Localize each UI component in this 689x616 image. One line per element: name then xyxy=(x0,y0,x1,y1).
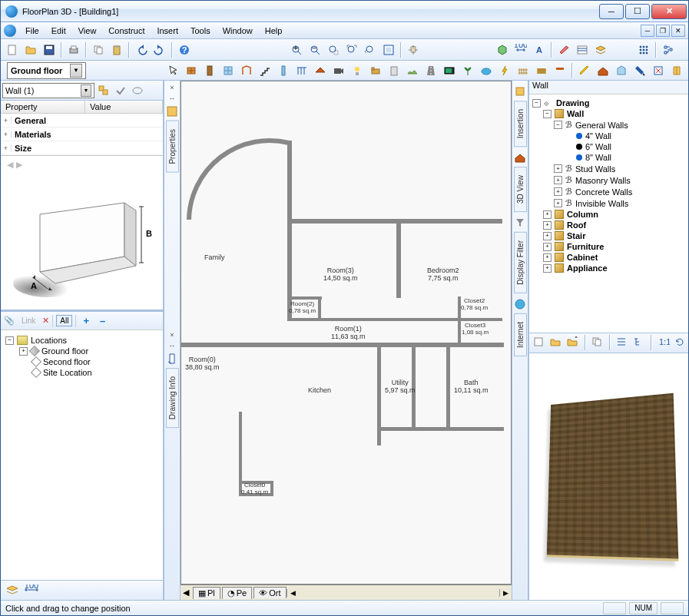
location-second-floor[interactable]: Second floor xyxy=(43,357,91,366)
menu-tools[interactable]: Tools xyxy=(184,25,217,37)
add-location-button[interactable]: + xyxy=(79,313,93,328)
collapse-icon[interactable]: − xyxy=(543,110,552,118)
mdi-close-button[interactable]: ✕ xyxy=(671,25,685,37)
zoom-window-button[interactable] xyxy=(325,41,342,58)
paste-button[interactable] xyxy=(108,41,125,58)
expand-icon[interactable]: + xyxy=(543,253,552,262)
catalog-roof[interactable]: Roof xyxy=(567,220,586,230)
window-tool[interactable] xyxy=(220,62,237,79)
catalog-button[interactable] xyxy=(668,62,685,79)
catalog-6-wall[interactable]: 6" Wall xyxy=(585,142,611,151)
tv-tool[interactable] xyxy=(441,62,458,79)
catalog-masonry-walls[interactable]: Masonry Walls xyxy=(575,176,631,185)
maximize-button[interactable]: ☐ xyxy=(625,4,650,19)
link-button[interactable]: 📎 xyxy=(4,316,15,326)
catalog-stud-walls[interactable]: Stud Walls xyxy=(575,164,615,174)
panel-arrows-icon[interactable]: ↔ xyxy=(169,342,176,349)
select-similar-button[interactable] xyxy=(96,83,111,98)
expand-icon[interactable]: + xyxy=(1,131,12,138)
catalog-drawing[interactable]: Drawing xyxy=(556,98,589,108)
minimize-button[interactable]: ─ xyxy=(599,4,624,19)
measure-tool[interactable] xyxy=(576,62,593,79)
tab-icon-3dview[interactable] xyxy=(514,151,526,164)
all-filter-button[interactable]: All xyxy=(56,315,72,326)
tab-icon-displayfilter[interactable] xyxy=(514,217,526,229)
pan-button[interactable] xyxy=(405,41,422,58)
cat-rotate-button[interactable] xyxy=(674,334,687,351)
zoom-selection-button[interactable] xyxy=(380,41,397,58)
group-size[interactable]: Size xyxy=(12,144,31,153)
catalog-furniture[interactable]: Furniture xyxy=(567,242,604,251)
menu-view[interactable]: View xyxy=(72,25,103,37)
column-tool[interactable] xyxy=(275,62,292,79)
cat-open-button[interactable] xyxy=(549,334,563,351)
furniture-tool[interactable] xyxy=(367,62,384,79)
display-filter-tab[interactable]: Display Filter xyxy=(514,232,527,293)
export-button[interactable] xyxy=(650,62,667,79)
plant-tool[interactable] xyxy=(459,62,476,79)
expand-icon[interactable]: + xyxy=(543,243,552,251)
value-col-header[interactable]: Value xyxy=(85,101,163,113)
grid-toggle-button[interactable] xyxy=(635,41,652,58)
tab-ortho[interactable]: 👁Ort xyxy=(253,587,286,598)
scroll-right-button[interactable]: ▶ xyxy=(499,589,512,597)
layers-button[interactable] xyxy=(592,41,609,58)
opening-tool[interactable] xyxy=(238,62,255,79)
dimensions-shortcut-icon[interactable]: 100 xyxy=(24,585,39,597)
catalog-general-walls[interactable]: General Walls xyxy=(575,121,628,130)
cat-zoom-fit-button[interactable]: 1:1 xyxy=(657,334,671,351)
expand-icon[interactable]: + xyxy=(543,264,552,273)
door-tool[interactable] xyxy=(201,62,218,79)
menu-help[interactable]: Help xyxy=(259,25,289,37)
cat-copy-button[interactable] xyxy=(591,334,605,351)
scroll-left-button[interactable]: ◀ xyxy=(287,589,299,597)
room-wizard-button[interactable] xyxy=(613,62,630,79)
railing-tool[interactable] xyxy=(293,62,310,79)
layers-shortcut-icon[interactable] xyxy=(5,584,19,598)
catalog-concrete-walls[interactable]: Concrete Walls xyxy=(575,187,632,197)
roof-tool[interactable] xyxy=(312,62,329,79)
tab-icon-insertion[interactable] xyxy=(514,85,526,98)
menu-edit[interactable]: Edit xyxy=(45,25,72,37)
print-button[interactable] xyxy=(65,41,82,58)
object-selector[interactable]: Wall (1) ▼ xyxy=(2,83,94,98)
zoom-fit-button[interactable] xyxy=(343,41,360,58)
wall-tool[interactable] xyxy=(183,62,200,79)
expand-icon[interactable]: + xyxy=(1,144,12,152)
road-tool[interactable] xyxy=(422,62,439,79)
tab-plan[interactable]: ▦Pl xyxy=(193,587,220,599)
collapse-icon[interactable]: − xyxy=(532,99,541,108)
cat-list-button[interactable] xyxy=(615,334,629,351)
redo-button[interactable] xyxy=(151,41,168,58)
panel-arrows-icon[interactable]: ↔ xyxy=(169,94,176,102)
select-tool[interactable] xyxy=(164,62,181,79)
tab-icon-2[interactable] xyxy=(166,353,178,365)
catalog-appliance[interactable]: Appliance xyxy=(567,263,608,273)
catalog-invisible-walls[interactable]: Invisible Walls xyxy=(575,199,628,208)
menu-window[interactable]: Window xyxy=(217,25,259,37)
deck-tool[interactable] xyxy=(533,62,550,79)
locations-root[interactable]: Locations xyxy=(31,336,67,345)
catalog-wall[interactable]: Wall xyxy=(567,109,584,118)
floor-selector[interactable]: Ground floor ▼ xyxy=(7,62,86,79)
text-button[interactable]: A xyxy=(531,41,548,58)
remove-location-button[interactable]: – xyxy=(96,313,109,328)
next-arrow-icon[interactable]: ▶ xyxy=(16,160,22,170)
expand-icon[interactable]: + xyxy=(19,347,28,356)
tab-perspective[interactable]: ◔Pe xyxy=(222,587,252,599)
prop-button-2[interactable] xyxy=(130,83,145,98)
tree-toggle-button[interactable] xyxy=(660,41,677,58)
collapse-icon[interactable]: − xyxy=(554,121,562,129)
dimensions-button[interactable]: 100 xyxy=(512,41,529,58)
camera-tool[interactable] xyxy=(330,62,347,79)
menu-construct[interactable]: Construct xyxy=(102,25,151,37)
group-materials[interactable]: Materials xyxy=(12,130,51,139)
properties-list-button[interactable] xyxy=(574,41,591,58)
zoom-previous-button[interactable] xyxy=(362,41,379,58)
terrain-tool[interactable] xyxy=(404,62,421,79)
catalog-cabinet[interactable]: Cabinet xyxy=(567,253,598,262)
cat-folder-button[interactable]: * xyxy=(566,334,580,351)
internet-tab[interactable]: Internet xyxy=(514,313,527,356)
tab-icon-1[interactable] xyxy=(166,105,178,118)
mdi-restore-button[interactable]: ❐ xyxy=(656,25,670,37)
